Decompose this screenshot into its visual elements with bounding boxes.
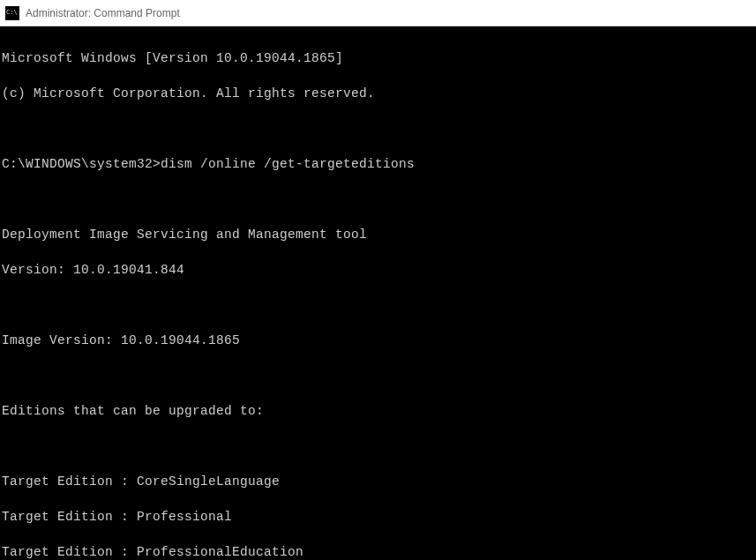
prompt-line-1: C:\WINDOWS\system32>dism /online /get-ta… [2, 155, 756, 173]
blank-line [2, 120, 756, 138]
blank-line [2, 190, 756, 208]
blank-line [2, 437, 756, 455]
blank-line [2, 367, 756, 385]
prompt-command: dism /online /get-targeteditions [161, 157, 415, 171]
banner-copyright: (c) Microsoft Corporation. All rights re… [2, 85, 756, 102]
prompt-path: C:\WINDOWS\system32> [2, 157, 161, 171]
window-title: Administrator: Command Prompt [26, 7, 180, 19]
image-version: Image Version: 10.0.19044.1865 [2, 332, 756, 349]
terminal-output[interactable]: Microsoft Windows [Version 10.0.19044.18… [0, 26, 756, 560]
cmd-icon [5, 6, 19, 20]
target-edition: Target Edition : Professional [2, 508, 756, 526]
editions-header: Editions that can be upgraded to: [2, 402, 756, 420]
target-edition: Target Edition : ProfessionalEducation [2, 543, 756, 560]
banner-version: Microsoft Windows [Version 10.0.19044.18… [2, 49, 756, 67]
target-edition: Target Edition : CoreSingleLanguage [2, 473, 756, 490]
tool-version: Version: 10.0.19041.844 [2, 261, 756, 279]
blank-line [2, 296, 756, 314]
window-titlebar[interactable]: Administrator: Command Prompt [0, 0, 756, 26]
tool-name: Deployment Image Servicing and Managemen… [2, 226, 756, 243]
